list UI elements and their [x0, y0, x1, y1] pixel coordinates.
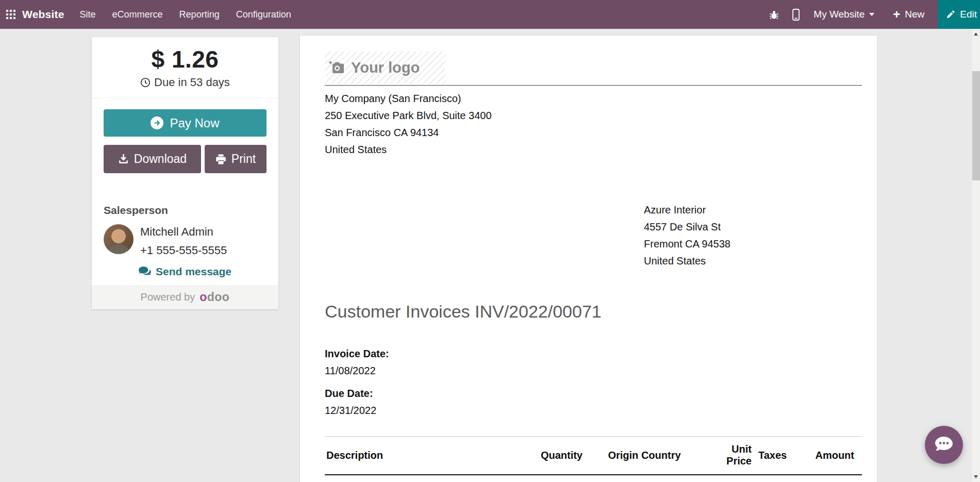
company-address-line: My Company (San Francisco): [325, 90, 862, 107]
send-message-link[interactable]: Send message: [104, 265, 267, 278]
cell-unit-price: 1.20: [706, 475, 752, 482]
col-header-description: Description: [325, 437, 510, 475]
salesperson-phone: +1 555-555-5555: [140, 244, 227, 257]
edit-button-label: Edit: [960, 9, 977, 20]
header-divider: [325, 85, 862, 86]
new-button-label: New: [905, 9, 924, 20]
apps-grid-icon[interactable]: [6, 10, 15, 19]
cell-origin-country: [583, 475, 706, 482]
invoice-document: Your logo My Company (San Francisco) 250…: [300, 36, 877, 482]
customer-address-line: United States: [644, 253, 862, 270]
print-button[interactable]: Print: [205, 145, 267, 173]
salesperson-heading: Salesperson: [104, 204, 267, 217]
print-icon: [215, 154, 226, 164]
pay-now-label: Pay Now: [170, 116, 219, 130]
topbar-right-group: My Website + New Edit: [762, 0, 980, 29]
col-header-quantity: Quantity: [510, 437, 583, 475]
new-button[interactable]: + New: [886, 8, 932, 21]
invoice-dates: Invoice Date: 11/08/2022 Due Date: 12/31…: [325, 345, 862, 419]
cell-taxes: GT 5%: [752, 475, 794, 482]
col-header-unit-price: Unit Price: [706, 437, 752, 475]
print-label: Print: [231, 152, 256, 166]
main-menu: Site eCommerce Reporting Configuration: [72, 0, 300, 29]
camera-plus-icon: [329, 61, 344, 74]
customer-address: Azure Interior 4557 De Silva St Fremont …: [644, 202, 862, 270]
company-logo-placeholder: Your logo: [325, 52, 445, 84]
col-header-taxes: Taxes: [752, 437, 794, 475]
company-address: My Company (San Francisco) 250 Executive…: [325, 90, 862, 158]
comments-icon: [139, 267, 151, 277]
due-date-value: 12/31/2022: [325, 402, 862, 419]
download-icon: [118, 154, 129, 164]
my-website-label: My Website: [813, 9, 865, 20]
customer-address-line: 4557 De Silva St: [644, 219, 862, 236]
cell-description: [CONS_0001] Whiteboard Pen: [325, 475, 510, 482]
action-buttons: Pay Now Download: [92, 98, 278, 173]
download-button[interactable]: Download: [104, 145, 201, 173]
scroll-down-icon[interactable]: [974, 475, 978, 478]
vertical-scrollbar[interactable]: [972, 29, 980, 482]
customer-address-line: Fremont CA 94538: [644, 236, 862, 253]
col-header-amount: Amount: [794, 437, 862, 475]
company-address-line: United States: [325, 141, 862, 158]
salesperson-avatar: [104, 224, 134, 254]
download-label: Download: [134, 152, 187, 166]
company-address-line: 250 Executive Park Blvd, Suite 3400: [325, 107, 862, 124]
invoice-lines-table: Description Quantity Origin Country Unit…: [325, 436, 862, 482]
invoice-date-label: Invoice Date:: [325, 345, 862, 362]
company-address-line: San Francisco CA 94134: [325, 124, 862, 141]
due-date-label: Due Date:: [325, 385, 862, 402]
top-navbar: Website Site eCommerce Reporting Configu…: [0, 0, 980, 29]
menu-ecommerce[interactable]: eCommerce: [104, 0, 171, 29]
my-website-menu[interactable]: My Website: [806, 9, 882, 20]
scrollbar-thumb[interactable]: [972, 71, 980, 180]
plus-icon: +: [893, 8, 900, 21]
customer-address-line: Azure Interior: [644, 202, 862, 219]
amount-due: $ 1.26: [92, 45, 278, 73]
menu-configuration[interactable]: Configuration: [228, 0, 300, 29]
powered-by-text: Powered by: [141, 291, 195, 303]
chat-bubble-icon: [934, 436, 954, 454]
pay-now-button[interactable]: Pay Now: [104, 109, 267, 137]
invoice-line-row: [CONS_0001] Whiteboard Pen 1.00 Units 1.…: [325, 475, 862, 482]
invoice-sidebar-card: $ 1.26 Due in 53 days Pay Now: [92, 37, 278, 309]
pencil-icon: [946, 10, 955, 19]
salesperson-name: Mitchell Admin: [140, 225, 227, 239]
edit-button[interactable]: Edit: [938, 0, 980, 29]
brand-website[interactable]: Website: [22, 8, 64, 21]
menu-site[interactable]: Site: [72, 0, 104, 29]
invoice-date-value: 11/08/2022: [325, 362, 862, 379]
arrow-circle-right-icon: [151, 117, 163, 129]
col-header-origin-country: Origin Country: [583, 437, 706, 475]
amount-due-section: $ 1.26 Due in 53 days: [92, 37, 278, 98]
mobile-preview-icon[interactable]: [786, 9, 806, 21]
logo-placeholder-text: Your logo: [351, 59, 420, 76]
cell-quantity: 1.00 Units: [510, 475, 583, 482]
scroll-up-icon[interactable]: [974, 32, 978, 36]
chevron-down-icon: [869, 13, 874, 16]
invoice-title: Customer Invoices INV/2022/00071: [325, 302, 862, 322]
clock-icon: [140, 77, 151, 88]
bug-icon[interactable]: [762, 10, 786, 20]
cell-amount: $ 1.20: [794, 475, 862, 482]
salesperson-section: Salesperson Mitchell Admin +1 555-555-55…: [92, 204, 278, 278]
livechat-button[interactable]: [925, 426, 963, 464]
menu-reporting[interactable]: Reporting: [171, 0, 228, 29]
send-message-label: Send message: [156, 265, 231, 278]
due-in-text: Due in 53 days: [154, 76, 230, 89]
powered-by-footer: Powered by odoo: [92, 285, 278, 309]
odoo-logo[interactable]: odoo: [200, 290, 229, 304]
table-header-row: Description Quantity Origin Country Unit…: [325, 437, 862, 475]
